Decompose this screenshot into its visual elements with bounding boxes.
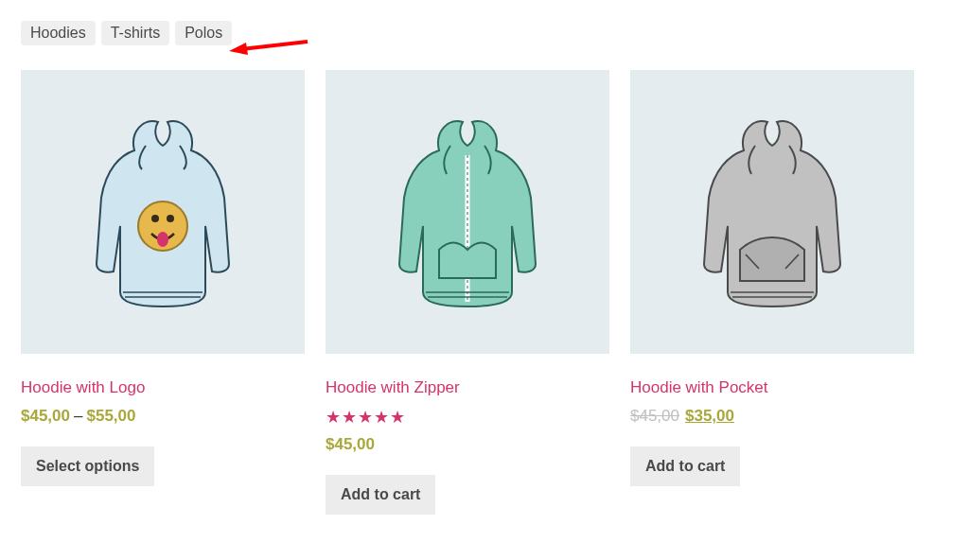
svg-point-3 — [151, 215, 159, 222]
product-image[interactable] — [21, 70, 305, 354]
rating-stars-icon: ★★★★★ — [326, 407, 609, 428]
select-options-button[interactable]: Select options — [21, 446, 154, 486]
product-price: $45,00 — [326, 435, 609, 454]
filter-bar: Hoodies T-shirts Polos — [21, 21, 948, 45]
price-separator: – — [74, 407, 82, 425]
hoodie-blue-logo-icon — [68, 113, 257, 311]
filter-chip-polos[interactable]: Polos — [175, 21, 232, 45]
product-price: $45,00–$55,00 — [21, 407, 305, 426]
product-grid: Hoodie with Logo $45,00–$55,00 Select op… — [21, 70, 948, 515]
price-high: $55,00 — [86, 407, 135, 425]
svg-point-4 — [167, 215, 174, 222]
product-title[interactable]: Hoodie with Pocket — [630, 378, 914, 397]
add-to-cart-button[interactable]: Add to cart — [326, 475, 435, 515]
filter-chip-tshirts[interactable]: T-shirts — [101, 21, 169, 45]
product-image[interactable] — [630, 70, 914, 354]
hoodie-green-zipper-icon — [373, 113, 562, 311]
product-title[interactable]: Hoodie with Logo — [21, 378, 305, 397]
hoodie-grey-pocket-icon — [678, 113, 867, 311]
product-price: $45,00$35,00 — [630, 407, 914, 426]
price-low: $45,00 — [21, 407, 70, 425]
product-image[interactable] — [326, 70, 609, 354]
price-value: $45,00 — [326, 435, 375, 453]
product-card: Hoodie with Logo $45,00–$55,00 Select op… — [21, 70, 305, 515]
filter-chip-hoodies[interactable]: Hoodies — [21, 21, 96, 45]
product-card: Sale! Hoodie with Pocket $45,00$35,00 Ad… — [630, 70, 914, 515]
add-to-cart-button[interactable]: Add to cart — [630, 446, 740, 486]
svg-point-5 — [157, 232, 168, 247]
product-card: Hoodie with Zipper ★★★★★ $45,00 Add to c… — [326, 70, 609, 515]
price-old: $45,00 — [630, 407, 679, 425]
product-title[interactable]: Hoodie with Zipper — [326, 378, 609, 397]
price-sale: $35,00 — [685, 407, 734, 425]
